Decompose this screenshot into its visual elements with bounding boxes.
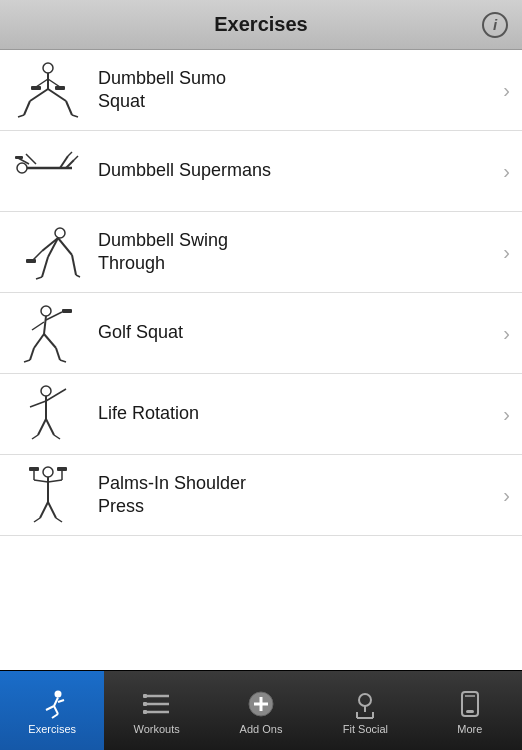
- tab-workouts[interactable]: Workouts: [104, 671, 208, 750]
- svg-line-32: [44, 316, 46, 334]
- tab-fit-social-label: Fit Social: [343, 723, 388, 735]
- exercise-thumbnail: [12, 384, 84, 444]
- svg-point-42: [41, 386, 51, 396]
- tab-fit-social[interactable]: Fit Social: [313, 671, 417, 750]
- svg-rect-15: [15, 156, 23, 159]
- svg-line-59: [48, 502, 56, 518]
- svg-line-63: [54, 698, 58, 707]
- list-item[interactable]: Palms-In ShoulderPress ›: [0, 455, 522, 536]
- svg-rect-72: [143, 702, 147, 706]
- svg-point-12: [17, 163, 27, 173]
- svg-line-8: [24, 101, 30, 115]
- exercise-name: Life Rotation: [98, 402, 495, 425]
- list-item[interactable]: Golf Squat ›: [0, 293, 522, 374]
- svg-line-64: [46, 706, 54, 710]
- chevron-icon: ›: [503, 484, 510, 507]
- svg-line-60: [34, 518, 40, 522]
- fit-social-icon: [347, 688, 383, 720]
- exercises-icon: [34, 688, 70, 720]
- app-header: Exercises i: [0, 0, 522, 50]
- svg-line-20: [68, 152, 72, 156]
- svg-line-48: [32, 435, 38, 439]
- svg-line-46: [38, 419, 46, 435]
- svg-line-49: [54, 435, 60, 439]
- svg-rect-34: [62, 309, 72, 313]
- svg-point-62: [55, 691, 62, 698]
- exercise-thumbnail: [12, 222, 84, 282]
- svg-line-52: [34, 480, 48, 482]
- info-button[interactable]: i: [482, 12, 508, 38]
- list-item[interactable]: Dumbbell Supermans ›: [0, 131, 522, 212]
- tab-more[interactable]: More: [418, 671, 522, 750]
- svg-rect-73: [143, 710, 147, 714]
- svg-rect-24: [26, 259, 36, 263]
- chevron-icon: ›: [503, 322, 510, 345]
- more-icon: [452, 688, 488, 720]
- svg-line-67: [52, 714, 58, 718]
- exercise-thumbnail: [12, 60, 84, 120]
- svg-line-28: [72, 255, 76, 275]
- exercise-name: Palms-In ShoulderPress: [98, 472, 495, 519]
- svg-line-47: [46, 419, 54, 435]
- svg-line-11: [72, 115, 78, 117]
- svg-line-40: [24, 360, 30, 362]
- chevron-icon: ›: [503, 79, 510, 102]
- svg-line-29: [36, 277, 42, 279]
- exercise-thumbnail: [12, 303, 84, 363]
- svg-rect-5: [55, 86, 65, 90]
- exercise-thumbnail: [12, 465, 84, 525]
- chevron-icon: ›: [503, 241, 510, 264]
- svg-line-10: [18, 115, 24, 117]
- exercise-name: Dumbbell SwingThrough: [98, 229, 495, 276]
- svg-point-31: [41, 306, 51, 316]
- svg-line-9: [66, 101, 72, 115]
- tab-exercises-label: Exercises: [28, 723, 76, 735]
- svg-line-19: [74, 156, 78, 160]
- svg-rect-83: [466, 710, 474, 713]
- tab-add-ons[interactable]: Add Ons: [209, 671, 313, 750]
- svg-line-3: [48, 79, 60, 87]
- svg-line-45: [30, 401, 46, 407]
- list-item[interactable]: Dumbbell SwingThrough ›: [0, 212, 522, 293]
- svg-point-50: [43, 467, 53, 477]
- exercise-name: Dumbbell Supermans: [98, 159, 495, 182]
- svg-rect-71: [143, 694, 147, 698]
- exercise-name: Dumbbell SumoSquat: [98, 67, 495, 114]
- list-item[interactable]: Life Rotation ›: [0, 374, 522, 455]
- svg-line-41: [60, 360, 66, 362]
- svg-line-26: [58, 238, 72, 255]
- svg-rect-4: [31, 86, 41, 90]
- svg-line-65: [54, 706, 58, 714]
- svg-point-77: [359, 694, 371, 706]
- chevron-icon: ›: [503, 403, 510, 426]
- svg-line-2: [36, 79, 48, 87]
- svg-line-30: [76, 275, 80, 277]
- exercise-list: Dumbbell SumoSquat ›: [0, 50, 522, 670]
- svg-line-39: [56, 348, 60, 360]
- svg-line-36: [34, 334, 44, 348]
- workouts-icon: [139, 688, 175, 720]
- svg-point-21: [55, 228, 65, 238]
- svg-line-58: [40, 502, 48, 518]
- svg-line-37: [44, 334, 56, 348]
- svg-line-35: [32, 322, 44, 330]
- svg-line-53: [48, 480, 62, 482]
- tab-exercises[interactable]: Exercises: [0, 671, 104, 750]
- tab-add-ons-label: Add Ons: [240, 723, 283, 735]
- page-title: Exercises: [214, 13, 307, 36]
- list-item[interactable]: Dumbbell SumoSquat ›: [0, 50, 522, 131]
- svg-line-7: [48, 89, 66, 101]
- tab-more-label: More: [457, 723, 482, 735]
- tab-bar: Exercises Workouts Add Ons: [0, 670, 522, 750]
- add-ons-icon: [243, 688, 279, 720]
- tab-workouts-label: Workouts: [133, 723, 179, 735]
- exercise-thumbnail: [12, 141, 84, 201]
- svg-line-27: [42, 257, 48, 277]
- svg-line-61: [56, 518, 62, 522]
- svg-line-66: [58, 700, 64, 702]
- chevron-icon: ›: [503, 160, 510, 183]
- svg-line-6: [30, 89, 48, 101]
- svg-rect-56: [29, 467, 39, 471]
- svg-point-0: [43, 63, 53, 73]
- svg-rect-57: [57, 467, 67, 471]
